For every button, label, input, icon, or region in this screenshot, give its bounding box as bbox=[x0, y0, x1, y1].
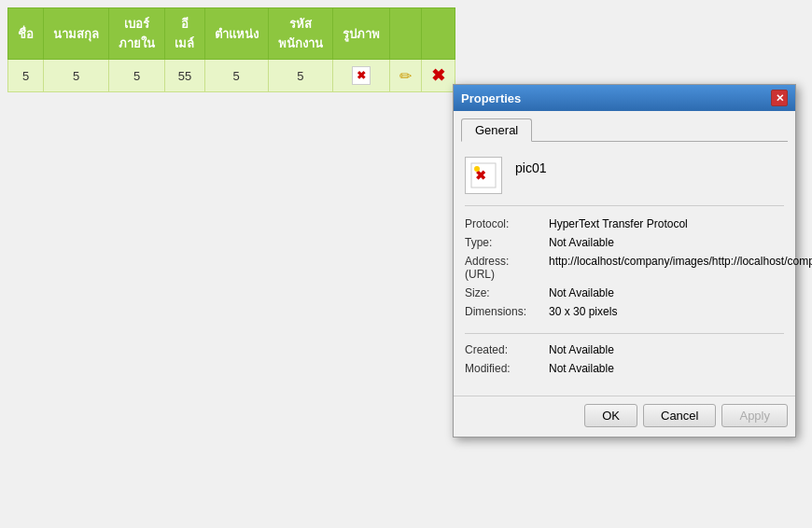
prop-label-protocol: Protocol: bbox=[465, 217, 549, 230]
col-header-email: อี เมล์ bbox=[165, 8, 204, 60]
table-row: 5 5 5 55 5 5 ✖ ✏ ✖ bbox=[8, 60, 455, 92]
prop-label-dimensions: Dimensions: bbox=[465, 305, 549, 318]
image-preview-area: ✖ pic01 bbox=[465, 157, 784, 206]
preview-image-icon: ✖ bbox=[469, 161, 497, 189]
ok-button[interactable]: OK bbox=[584, 404, 637, 427]
dialog-footer: OK Cancel Apply bbox=[454, 396, 795, 437]
prop-row-modified: Modified: Not Available bbox=[465, 362, 784, 375]
prop-value-address: http://localhost/company/images/http://l… bbox=[549, 255, 812, 268]
prop-label-address: Address: (URL) bbox=[465, 255, 549, 281]
cell-position: 5 bbox=[204, 60, 268, 92]
properties-dialog: Properties ✕ General ✖ bbox=[453, 84, 796, 438]
prop-row-dimensions: Dimensions: 30 x 30 pixels bbox=[465, 305, 784, 318]
prop-value-type: Not Available bbox=[549, 236, 784, 249]
cell-email: 55 bbox=[165, 60, 204, 92]
tab-content-general: ✖ pic01 Protocol: HyperText Transfer Pro… bbox=[461, 151, 788, 388]
tab-bar: General bbox=[461, 118, 788, 142]
image-preview-box: ✖ bbox=[465, 157, 502, 194]
tab-general[interactable]: General bbox=[461, 118, 532, 142]
svg-point-2 bbox=[474, 166, 480, 172]
properties-section-dates: Created: Not Available Modified: Not Ava… bbox=[465, 343, 784, 375]
col-header-photo: รูปภาพ bbox=[332, 8, 389, 60]
dialog-close-button[interactable]: ✕ bbox=[771, 90, 788, 106]
dialog-titlebar: Properties ✕ bbox=[454, 85, 795, 111]
prop-row-created: Created: Not Available bbox=[465, 343, 784, 356]
image-name-label: pic01 bbox=[515, 157, 546, 175]
cell-edit: ✏ bbox=[389, 60, 421, 92]
cell-photo: ✖ bbox=[332, 60, 389, 92]
prop-value-dimensions: 30 x 30 pixels bbox=[549, 305, 784, 318]
cell-surname: 5 bbox=[44, 60, 109, 92]
prop-value-modified: Not Available bbox=[549, 362, 784, 375]
cell-internal: 5 bbox=[109, 60, 165, 92]
prop-row-size: Size: Not Available bbox=[465, 286, 784, 299]
col-header-surname: นามสกุล bbox=[44, 8, 109, 60]
cell-delete: ✖ bbox=[421, 60, 455, 92]
delete-icon[interactable]: ✖ bbox=[431, 66, 445, 85]
dialog-title: Properties bbox=[461, 91, 521, 105]
cancel-button[interactable]: Cancel bbox=[643, 404, 716, 427]
prop-label-created: Created: bbox=[465, 343, 549, 356]
cell-empcode: 5 bbox=[268, 60, 332, 92]
prop-value-protocol: HyperText Transfer Protocol bbox=[549, 217, 784, 230]
broken-image-icon[interactable]: ✖ bbox=[352, 66, 371, 85]
prop-label-modified: Modified: bbox=[465, 362, 549, 375]
apply-button[interactable]: Apply bbox=[721, 404, 788, 427]
col-header-delete bbox=[421, 8, 455, 60]
prop-label-type: Type: bbox=[465, 236, 549, 249]
prop-row-type: Type: Not Available bbox=[465, 236, 784, 249]
edit-icon[interactable]: ✏ bbox=[399, 68, 412, 84]
dialog-body: General ✖ pic01 bbox=[454, 111, 795, 396]
employee-table: ชื่อ นามสกุล เบอร์ภายใน อี เมล์ ตำแหน่ง … bbox=[7, 7, 455, 92]
prop-value-size: Not Available bbox=[549, 286, 784, 299]
col-header-edit bbox=[389, 8, 421, 60]
col-header-position: ตำแหน่ง bbox=[204, 8, 268, 60]
properties-section-main: Protocol: HyperText Transfer Protocol Ty… bbox=[465, 217, 784, 334]
prop-label-size: Size: bbox=[465, 286, 549, 299]
cell-name: 5 bbox=[8, 60, 44, 92]
prop-row-protocol: Protocol: HyperText Transfer Protocol bbox=[465, 217, 784, 230]
col-header-empcode: รหัส พนักงาน bbox=[268, 8, 332, 60]
col-header-name: ชื่อ bbox=[8, 8, 44, 60]
prop-row-address: Address: (URL) http://localhost/company/… bbox=[465, 255, 784, 281]
col-header-internal: เบอร์ภายใน bbox=[109, 8, 165, 60]
prop-value-created: Not Available bbox=[549, 343, 784, 356]
